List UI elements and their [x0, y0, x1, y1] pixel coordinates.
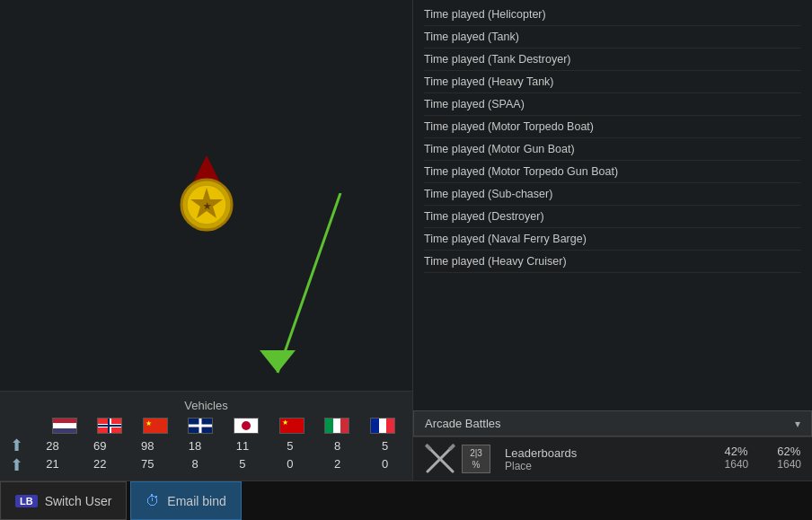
email-bind-label: Email bind: [167, 494, 225, 508]
top-row: ★ Vehicles: [0, 0, 812, 480]
place-label: Place: [498, 460, 718, 472]
list-item: Time played (Destroyer): [424, 206, 801, 228]
clock-icon: ⏱: [146, 493, 160, 509]
right-panel: Time played (Helicopter) Time played (Ta…: [413, 0, 812, 480]
gbr-row1: 18: [189, 437, 201, 455]
data-col-jpn: 11 5: [225, 437, 260, 473]
stats-list: Time played (Helicopter) Time played (Ta…: [413, 0, 812, 410]
data-col-gbr: 18 8: [177, 437, 213, 473]
lb-text-area: Leaderboards Place: [498, 443, 718, 475]
gbr-row2: 8: [191, 455, 198, 473]
flag-ussr: ★: [274, 418, 310, 434]
vehicles-data-rows: ⬆ ⬆ 28 21 69 22: [4, 437, 409, 473]
leaderboards-label: Leaderboards: [498, 446, 718, 460]
left-panel: ★ Vehicles: [0, 0, 413, 480]
rank-down-icon: ⬆: [10, 457, 23, 473]
medal-area: ★: [0, 0, 412, 391]
data-col-fra: 5 0: [367, 437, 403, 473]
data-col-chn: 98 75: [129, 437, 165, 473]
chn-row1: 98: [141, 437, 154, 455]
rank-up-icon: ⬆: [10, 437, 23, 454]
ita-row1: 8: [334, 437, 340, 455]
crossed-swords-icon: [424, 443, 456, 475]
switch-user-button[interactable]: LB Switch User: [0, 481, 127, 520]
list-item: Time played (Heavy Tank): [424, 71, 801, 93]
svg-marker-6: [260, 350, 296, 373]
list-item: Time played (Tank Destroyer): [424, 48, 801, 71]
nor-row1: 69: [93, 437, 106, 455]
trophy-badge: 2|3 %: [462, 445, 490, 473]
flag-fra: [365, 418, 401, 434]
lb-badge: LB: [15, 495, 38, 507]
lb-icons: 2|3 %: [424, 443, 490, 475]
list-item: Time played (Motor Torpedo Gun Boat): [424, 161, 801, 183]
medal-icon: ★: [171, 155, 243, 236]
fra-row2: 0: [382, 455, 388, 473]
usa-row2: 21: [46, 455, 58, 473]
main-container: ★ Vehicles: [0, 0, 812, 520]
flag-jpn: [228, 418, 264, 434]
rank-col: ⬆ ⬆: [4, 437, 29, 473]
list-item: Time played (Tank): [424, 26, 801, 48]
lb-value-group-2: 62% 1640: [777, 445, 801, 471]
jpn-row2: 5: [239, 455, 245, 473]
list-item: Time played (Sub-chaser): [424, 183, 801, 206]
lb-value-group-1: 42% 1640: [725, 445, 749, 471]
leaderboards-row: 2|3 % Leaderboards Place 42% 1640 62%: [413, 436, 812, 480]
data-col-ussr: 5 0: [272, 437, 308, 473]
list-item: Time played (Heavy Cruiser): [424, 251, 801, 273]
email-bind-button[interactable]: ⏱ Email bind: [130, 481, 241, 520]
battles-dropdown-label: Arcade Battles: [425, 417, 501, 430]
list-item: Time played (Motor Torpedo Boat): [424, 116, 801, 138]
nor-row2: 22: [93, 455, 106, 473]
lb-values: 42% 1640 62% 1640: [725, 445, 801, 475]
list-item: Time played (Naval Ferry Barge): [424, 228, 801, 251]
arrow-overlay: [251, 193, 376, 391]
svg-line-5: [278, 193, 340, 373]
battles-dropdown[interactable]: Arcade Battles ▾: [413, 410, 812, 436]
vehicles-table: ★: [4, 418, 409, 473]
data-col-ita: 8 2: [320, 437, 356, 473]
ita-row2: 2: [334, 455, 340, 473]
vehicles-section: Vehicles: [0, 391, 412, 480]
flag-ita: [319, 418, 355, 434]
bottom-bar: LB Switch User ⏱ Email bind: [0, 480, 812, 520]
lb-percent-1: 42%: [725, 445, 748, 458]
list-item: Time played (Motor Gun Boat): [424, 138, 801, 161]
fra-row1: 5: [382, 437, 388, 455]
lb-place-2: 1640: [777, 458, 801, 471]
ussr-row1: 5: [287, 437, 293, 455]
data-col-nor: 69 22: [82, 437, 118, 473]
switch-user-label: Switch User: [45, 494, 112, 508]
list-item: Time played (Helicopter): [424, 4, 801, 26]
lb-place-1: 1640: [725, 458, 749, 471]
flag-nor: [92, 418, 128, 434]
flag-usa: [47, 418, 83, 434]
list-item: Time played (SPAA): [424, 93, 801, 116]
ussr-row2: 0: [287, 455, 293, 473]
flag-chn: ★: [137, 418, 173, 434]
data-cols: 28 21 69 22 98 75: [29, 437, 409, 473]
flag-gbr: [182, 418, 218, 434]
chevron-down-icon: ▾: [795, 418, 800, 430]
vehicles-title: Vehicles: [4, 399, 409, 412]
svg-text:★: ★: [202, 201, 211, 211]
chn-row2: 75: [141, 455, 154, 473]
flags-row: ★: [4, 418, 409, 434]
data-col-usa: 28 21: [34, 437, 70, 473]
lb-percent-2: 62%: [777, 445, 800, 458]
usa-row1: 28: [46, 437, 58, 455]
jpn-row1: 11: [236, 437, 249, 455]
